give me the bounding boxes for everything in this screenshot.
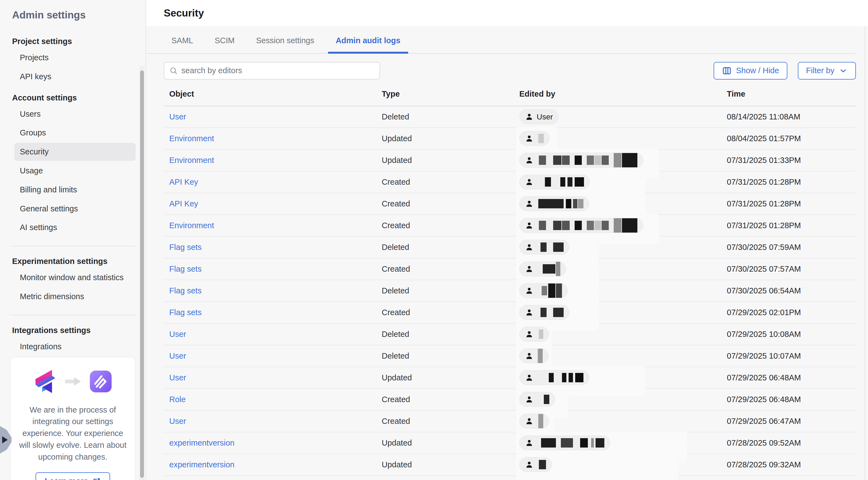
sidebar-item-integrations[interactable]: Integrations bbox=[14, 338, 136, 356]
table-row: Flag sets Created 07/30/2025 07:57AM bbox=[164, 259, 856, 280]
object-link[interactable]: API Key bbox=[169, 178, 198, 186]
editor-chip bbox=[519, 349, 549, 363]
table-row: experimentversion Updated 07/28/2025 09:… bbox=[164, 454, 856, 476]
type-text: Deleted bbox=[382, 352, 409, 360]
redacted-editor-name bbox=[537, 349, 543, 363]
search-input[interactable] bbox=[181, 66, 375, 75]
person-icon bbox=[525, 112, 533, 121]
redacted-editor-name bbox=[537, 373, 583, 382]
security-page: Security SAMLSCIMSession settingsAdmin a… bbox=[146, 0, 868, 480]
sidebar-item-security[interactable]: Security bbox=[14, 143, 136, 161]
sidebar-scrollbar-thumb[interactable] bbox=[140, 70, 144, 478]
person-icon bbox=[525, 243, 533, 251]
time-text: 07/29/2025 10:08AM bbox=[727, 330, 801, 338]
object-link[interactable]: User bbox=[169, 330, 186, 338]
type-text: Created bbox=[382, 308, 410, 317]
sidebar-item-metric-dimensions[interactable]: Metric dimensions bbox=[14, 288, 136, 305]
audit-log-table: Object Type Edited by Time User Deleted … bbox=[164, 89, 856, 476]
sidebar-heading-project-settings: Project settings bbox=[12, 37, 136, 46]
type-text: Deleted bbox=[382, 112, 409, 121]
redacted-editor-name bbox=[537, 218, 638, 233]
type-text: Deleted bbox=[382, 330, 409, 338]
object-link[interactable]: Role bbox=[169, 395, 186, 404]
table-row: Flag sets Deleted 07/30/2025 07:59AM bbox=[164, 237, 856, 259]
sidebar-groups: Project settings ProjectsAPI keys Accoun… bbox=[10, 29, 136, 357]
editor-chip bbox=[519, 370, 589, 385]
sidebar-item-ai-settings[interactable]: AI settings bbox=[14, 218, 136, 236]
editor-name: User bbox=[537, 113, 553, 121]
editor-chip bbox=[519, 218, 643, 233]
object-link[interactable]: API Key bbox=[169, 199, 198, 208]
object-link[interactable]: User bbox=[169, 417, 186, 425]
time-text: 07/31/2025 01:33PM bbox=[727, 156, 801, 164]
redacted-editor-name bbox=[537, 134, 544, 143]
main-scrollbar-track[interactable] bbox=[865, 26, 865, 480]
sidebar-item-general-settings[interactable]: General settings bbox=[14, 200, 136, 218]
sidebar-item-groups[interactable]: Groups bbox=[14, 124, 136, 142]
table-row: User Created 07/29/2025 06:47AM bbox=[164, 411, 856, 432]
sidebar-item-projects[interactable]: Projects bbox=[14, 49, 136, 67]
type-text: Updated bbox=[382, 460, 412, 469]
tab-saml[interactable]: SAML bbox=[164, 35, 201, 53]
type-text: Created bbox=[382, 178, 410, 186]
statsig-new-logo bbox=[89, 370, 112, 393]
column-header-time: Time bbox=[727, 89, 856, 98]
column-header-type: Type bbox=[382, 89, 519, 98]
table-row: Environment Created 07/31/2025 01:28PM bbox=[164, 215, 856, 237]
type-text: Deleted bbox=[382, 286, 409, 295]
editor-chip bbox=[519, 436, 610, 450]
tab-session-settings[interactable]: Session settings bbox=[248, 35, 322, 53]
table-row: API Key Created 07/31/2025 01:28PM bbox=[164, 193, 856, 215]
time-text: 07/29/2025 06:47AM bbox=[727, 417, 801, 425]
redacted-editor-name bbox=[537, 177, 584, 187]
object-link[interactable]: Environment bbox=[169, 134, 214, 143]
tab-admin-audit-logs[interactable]: Admin audit logs bbox=[328, 35, 408, 53]
object-link[interactable]: experimentversion bbox=[169, 460, 235, 469]
object-link[interactable]: User bbox=[169, 352, 186, 360]
person-icon bbox=[525, 134, 533, 143]
sidebar-item-billing-and-limits[interactable]: Billing and limits bbox=[14, 181, 136, 199]
object-link[interactable]: experimentversion bbox=[169, 439, 235, 447]
sidebar-heading-integrations-settings: Integrations settings bbox=[12, 326, 136, 335]
tab-scim[interactable]: SCIM bbox=[207, 35, 243, 53]
editor-chip bbox=[519, 283, 568, 298]
table-row: experimentversion Updated 07/28/2025 09:… bbox=[164, 432, 856, 454]
sidebar-item-usage[interactable]: Usage bbox=[14, 162, 136, 180]
object-link[interactable]: Flag sets bbox=[169, 286, 202, 295]
search-box bbox=[164, 62, 380, 80]
show-hide-columns-button[interactable]: Show / Hide bbox=[714, 62, 787, 80]
object-link[interactable]: Environment bbox=[169, 156, 214, 164]
sidebar-heading-account-settings: Account settings bbox=[12, 93, 136, 102]
audit-log-toolbar: Show / Hide Filter by bbox=[164, 62, 856, 80]
learn-more-button[interactable]: Learn more bbox=[35, 472, 111, 480]
editor-chip: User bbox=[519, 109, 559, 124]
object-link[interactable]: Flag sets bbox=[169, 308, 202, 317]
type-text: Updated bbox=[382, 134, 412, 143]
object-link[interactable]: Flag sets bbox=[169, 265, 202, 273]
object-link[interactable]: User bbox=[169, 373, 186, 382]
type-text: Created bbox=[382, 199, 410, 208]
time-text: 07/28/2025 09:52AM bbox=[727, 439, 801, 447]
show-hide-label: Show / Hide bbox=[736, 66, 779, 75]
object-link[interactable]: User bbox=[169, 112, 186, 121]
redacted-editor-name bbox=[537, 414, 543, 428]
redacted-editor-name bbox=[537, 262, 560, 276]
type-text: Created bbox=[382, 265, 410, 273]
table-row: API Key Created 07/31/2025 01:28PM bbox=[164, 172, 856, 193]
caret-right-icon bbox=[2, 436, 8, 443]
time-text: 07/29/2025 02:01PM bbox=[727, 308, 801, 317]
time-text: 07/29/2025 06:48AM bbox=[727, 373, 801, 382]
filter-by-button[interactable]: Filter by bbox=[798, 62, 856, 80]
sidebar-item-users[interactable]: Users bbox=[14, 105, 136, 123]
table-header-row: Object Type Edited by Time bbox=[164, 89, 856, 106]
table-row: Environment Updated 07/31/2025 01:33PM bbox=[164, 150, 856, 172]
sidebar-item-monitor-window-and-statistics[interactable]: Monitor window and statistics bbox=[14, 269, 136, 287]
object-link[interactable]: Environment bbox=[169, 221, 214, 230]
time-text: 07/31/2025 01:28PM bbox=[727, 221, 801, 230]
person-icon bbox=[525, 395, 533, 404]
time-text: 07/31/2025 01:28PM bbox=[727, 178, 801, 186]
person-icon bbox=[525, 460, 533, 469]
sidebar-item-api-keys[interactable]: API keys bbox=[14, 68, 136, 86]
security-tabs: SAMLSCIMSession settingsAdmin audit logs bbox=[146, 26, 856, 54]
object-link[interactable]: Flag sets bbox=[169, 243, 202, 251]
